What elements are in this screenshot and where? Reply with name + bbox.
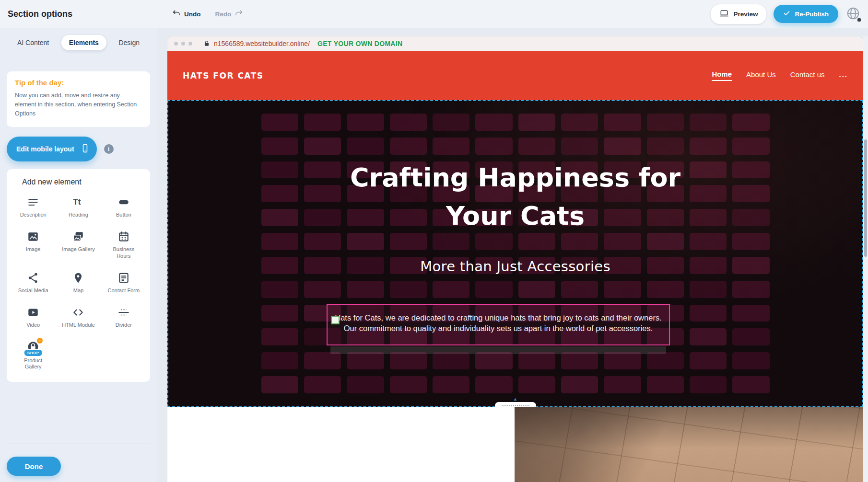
undo-icon	[172, 9, 181, 19]
monitor-icon	[719, 9, 729, 20]
add-element-title: Add new element	[22, 178, 146, 186]
page-scrollbar	[863, 36, 868, 482]
next-section	[167, 407, 863, 482]
shop-badge: SHOP	[24, 349, 43, 356]
app-root: Section options Undo Redo Preview	[0, 0, 868, 482]
browser-dot	[188, 42, 192, 46]
topbar: Section options Undo Redo Preview	[0, 0, 868, 28]
element-image-gallery[interactable]: Image Gallery	[58, 230, 98, 259]
element-button[interactable]: Button	[104, 196, 144, 218]
undo-label: Undo	[184, 11, 201, 18]
address-bar-url[interactable]: n1566589.websitebuilder.online/	[214, 40, 310, 47]
site-header[interactable]: HATS FOR CATS Home About Us Contact us .…	[167, 51, 863, 100]
element-map[interactable]: Map	[58, 272, 98, 294]
element-label: Image	[26, 246, 41, 252]
redo-button[interactable]: Redo	[215, 9, 244, 19]
sidebar-tabs: AI Content Elements Design	[10, 35, 147, 50]
site-logo[interactable]: HATS FOR CATS	[183, 71, 264, 80]
element-divider[interactable]: Divider	[104, 306, 144, 328]
republish-button[interactable]: Re-Publish	[774, 5, 838, 23]
element-label: Divider	[116, 322, 132, 328]
scrollbar-thumb[interactable]	[864, 139, 867, 257]
element-label: Business Hours	[106, 246, 141, 259]
tab-ai-content[interactable]: AI Content	[10, 35, 57, 50]
add-element-panel: Add new element Description Tt Heading B…	[7, 169, 150, 381]
language-globe-button[interactable]	[846, 6, 860, 22]
divider-icon	[117, 306, 130, 319]
nav-item-about-us[interactable]: About Us	[746, 70, 776, 80]
nav-item-home[interactable]: Home	[712, 70, 732, 81]
element-contact-form[interactable]: Contact Form	[104, 272, 144, 294]
preview-button[interactable]: Preview	[710, 4, 767, 24]
hero-section[interactable]: Crafting Happiness for Your Cats More th…	[167, 100, 863, 407]
footer-divider	[6, 444, 151, 444]
info-icon[interactable]: i	[104, 144, 114, 154]
button-icon	[117, 196, 130, 208]
browser-dot	[174, 42, 178, 46]
redo-label: Redo	[215, 11, 232, 18]
element-business-hours[interactable]: Business Hours	[104, 230, 144, 259]
nav-item-more[interactable]: ...	[839, 70, 848, 80]
globe-icon	[846, 6, 860, 22]
section-options-sidebar: AI Content Elements Design Tip of the da…	[0, 28, 157, 482]
element-label: Image Gallery	[62, 246, 94, 252]
element-video[interactable]: Video	[13, 306, 53, 328]
social-media-icon	[27, 272, 39, 284]
element-description[interactable]: Description	[13, 196, 53, 218]
redo-icon	[235, 9, 243, 19]
element-grid: Description Tt Heading Button Image	[11, 196, 146, 370]
contact-form-icon	[117, 272, 130, 284]
section-resize-widget[interactable]: ▲ ▼	[495, 397, 536, 407]
business-hours-icon	[117, 230, 130, 243]
editor-canvas: n1566589.websitebuilder.online/ GET YOUR…	[157, 28, 868, 482]
element-label: Heading	[69, 212, 88, 218]
check-icon	[783, 10, 790, 18]
heading-icon: Tt	[72, 196, 84, 208]
image-icon	[27, 230, 39, 243]
tab-elements[interactable]: Elements	[61, 35, 106, 50]
element-label: Social Media	[18, 287, 48, 294]
site-preview-window: n1566589.websitebuilder.online/ GET YOUR…	[167, 36, 863, 482]
site-page: HATS FOR CATS Home About Us Contact us .…	[167, 51, 863, 482]
description-icon	[27, 196, 39, 208]
browser-chrome-bar: n1566589.websitebuilder.online/ GET YOUR…	[167, 36, 863, 51]
product-gallery-icon: ↑ SHOP	[26, 341, 40, 354]
hero-subheading[interactable]: More than Just Accessories	[167, 258, 863, 275]
element-social-media[interactable]: Social Media	[13, 272, 53, 294]
element-html-module[interactable]: HTML Module	[58, 306, 98, 328]
element-heading[interactable]: Tt Heading	[58, 196, 98, 218]
image-gallery-icon	[72, 230, 84, 243]
lock-icon	[203, 40, 210, 47]
element-ghost-bar	[330, 346, 666, 354]
element-label: HTML Module	[62, 322, 95, 328]
selected-description-element[interactable]: Hats for Cats, we are dedicated to craft…	[327, 304, 670, 345]
element-label: Description	[20, 212, 47, 218]
nav-item-contact-us[interactable]: Contact us	[790, 70, 825, 80]
element-resize-handle[interactable]	[331, 316, 340, 324]
tip-body: Now you can add, move and resize any ele…	[15, 91, 142, 118]
topbar-actions: Preview Re-Publish	[710, 4, 860, 24]
element-label: Map	[73, 287, 83, 294]
element-label: Product Gallery	[15, 357, 51, 370]
done-button[interactable]: Done	[7, 457, 61, 476]
republish-label: Re-Publish	[795, 11, 829, 18]
history-controls: Undo Redo	[172, 9, 243, 19]
edit-mobile-layout-button[interactable]: Edit mobile layout	[7, 137, 97, 161]
hero-description-text: Hats for Cats, we are dedicated to craft…	[332, 312, 664, 333]
element-label: Video	[26, 322, 40, 328]
hero-heading[interactable]: Crafting Happiness for Your Cats	[167, 159, 863, 235]
pavement-photo[interactable]	[515, 407, 863, 482]
html-module-icon	[72, 306, 84, 319]
tab-design[interactable]: Design	[111, 35, 147, 50]
element-image[interactable]: Image	[13, 230, 53, 259]
svg-text:Tt: Tt	[73, 197, 82, 207]
get-domain-link[interactable]: GET YOUR OWN DOMAIN	[317, 40, 402, 47]
element-product-gallery[interactable]: ↑ SHOP Product Gallery	[13, 341, 53, 370]
tip-of-the-day-card: Tip of the day: Now you can add, move an…	[7, 71, 150, 127]
sidebar-footer: Done	[0, 444, 157, 482]
mobile-layout-row: Edit mobile layout i	[7, 137, 150, 161]
undo-button[interactable]: Undo	[172, 9, 201, 19]
site-nav: Home About Us Contact us ...	[712, 70, 848, 81]
arrow-up-icon: ▲	[513, 397, 517, 402]
page-title: Section options	[8, 9, 157, 19]
